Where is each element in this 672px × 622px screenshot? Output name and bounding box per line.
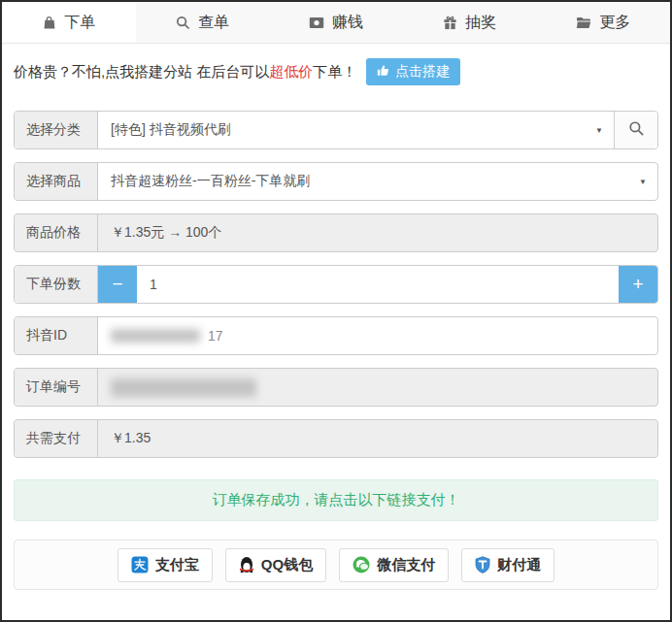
quantity-input[interactable] (137, 266, 619, 303)
price-label: 商品价格 (15, 214, 98, 251)
gift-icon (443, 16, 457, 30)
price-row: 商品价格 ￥1.35元 → 100个 (14, 213, 658, 252)
category-search-button[interactable] (614, 112, 657, 148)
order-number-row: 订单编号 (14, 368, 658, 407)
search-icon (176, 16, 190, 30)
tab-label: 抽奖 (465, 13, 496, 33)
search-icon (628, 120, 645, 141)
redaction-patch-left (2, 12, 9, 43)
product-label: 选择商品 (15, 163, 98, 200)
promo-notice: 价格贵？不怕,点我搭建分站 在后台可以超低价下单！ 点击搭建 (14, 58, 658, 85)
quantity-plus-button[interactable]: + (619, 266, 657, 303)
payment-panel: 支付宝 QQ钱包 微信支付 财付通 (14, 540, 658, 590)
plus-icon: + (632, 274, 643, 295)
product-row: 选择商品 抖音超速粉丝-一百粉丝-下单就刷 ▼ (14, 162, 658, 201)
tenpay-button[interactable]: 财付通 (461, 548, 554, 582)
order-form: 选择分类 [特色] 抖音视频代刷 ▼ 选择商品 抖音超速粉丝-一百粉丝-下单就刷… (14, 111, 658, 458)
tab-label: 查单 (198, 13, 229, 33)
promo-text: 价格贵？不怕,点我搭建分站 在后台可以超低价下单！ (14, 63, 356, 82)
alipay-icon (131, 556, 149, 573)
wechat-pay-icon (353, 556, 370, 573)
quantity-label: 下单份数 (15, 266, 98, 303)
thumbs-up-icon (377, 64, 389, 80)
tab-earn-money[interactable]: 赚钱 (269, 2, 403, 43)
redacted-order-number (111, 378, 256, 397)
douyin-id-input[interactable]: 17 (98, 317, 657, 354)
total-row: 共需支付 ￥1.35 (14, 419, 658, 458)
douyin-id-row: 抖音ID 17 (14, 316, 658, 355)
wechat-pay-button[interactable]: 微信支付 (339, 548, 449, 582)
category-row: 选择分类 [特色] 抖音视频代刷 ▼ (14, 111, 658, 149)
category-select[interactable]: [特色] 抖音视频代刷 ▼ (98, 112, 614, 148)
qq-wallet-label: QQ钱包 (261, 556, 313, 574)
order-page: 下单 查单 赚钱 抽奖 更多 价格贵？不怕,点我搭 (0, 0, 672, 622)
product-selected-value: 抖音超速粉丝-一百粉丝-下单就刷 (111, 173, 310, 190)
product-select[interactable]: 抖音超速粉丝-一百粉丝-下单就刷 ▼ (98, 163, 657, 200)
redaction-patch-top (10, 2, 117, 9)
order-saved-alert: 订单保存成功，请点击以下链接支付！ (14, 479, 658, 521)
chevron-down-icon: ▼ (639, 178, 647, 186)
tab-label: 下单 (64, 13, 95, 33)
quantity-minus-button[interactable]: − (98, 266, 137, 303)
tab-label: 更多 (599, 13, 630, 33)
minus-icon: − (112, 274, 122, 295)
quantity-row: 下单份数 − + (14, 265, 658, 304)
total-label: 共需支付 (15, 420, 98, 457)
order-number-value (98, 369, 657, 406)
tenpay-label: 财付通 (497, 556, 541, 574)
folder-icon (576, 16, 591, 29)
promo-highlight: 超低价 (269, 63, 313, 80)
alipay-button[interactable]: 支付宝 (118, 548, 213, 582)
tab-check-order[interactable]: 查单 (136, 2, 270, 43)
douyin-id-visible-suffix: 17 (208, 328, 223, 344)
tab-lottery[interactable]: 抽奖 (403, 2, 537, 43)
wechat-pay-label: 微信支付 (377, 556, 435, 574)
douyin-id-label: 抖音ID (15, 317, 98, 354)
order-number-label: 订单编号 (15, 369, 98, 406)
qq-wallet-icon (239, 556, 254, 573)
money-icon (309, 16, 324, 29)
chevron-down-icon: ▼ (595, 126, 603, 135)
redacted-douyin-id (111, 329, 200, 343)
price-value: ￥1.35元 → 100个 (98, 214, 657, 251)
tenpay-icon (475, 556, 490, 573)
tab-more[interactable]: 更多 (536, 2, 670, 43)
qq-wallet-button[interactable]: QQ钱包 (225, 548, 326, 582)
category-selected-value: [特色] 抖音视频代刷 (111, 121, 231, 139)
shopping-bag-icon (42, 16, 56, 30)
alipay-label: 支付宝 (155, 556, 199, 574)
build-button-label: 点击搭建 (395, 63, 450, 81)
build-substation-button[interactable]: 点击搭建 (366, 58, 460, 85)
total-value: ￥1.35 (98, 420, 657, 457)
category-label: 选择分类 (15, 112, 98, 148)
tab-label: 赚钱 (332, 13, 363, 33)
